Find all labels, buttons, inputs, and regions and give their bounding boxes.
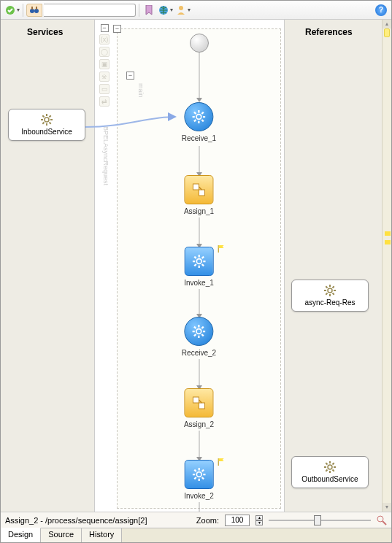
collapse-icon[interactable]: − — [101, 24, 109, 32]
svg-point-6 — [179, 6, 183, 10]
palette-assign-icon[interactable]: ▣ — [99, 59, 109, 69]
svg-point-58 — [328, 288, 332, 293]
svg-point-16 — [196, 115, 201, 120]
invoke2-label: Invoke_2 — [184, 492, 214, 500]
svg-line-65 — [326, 293, 327, 295]
svg-line-72 — [326, 463, 327, 464]
selection-path: Assign_2 - /process/sequence/assign[2] — [5, 516, 147, 525]
assign1-node[interactable]: Assign_1 — [184, 175, 214, 215]
receive2-node[interactable]: Receive_2 — [182, 317, 216, 357]
gear-icon — [41, 114, 53, 126]
zoom-down-icon[interactable]: ▾ — [255, 520, 263, 525]
invoke1-node[interactable]: Invoke_1 — [184, 247, 214, 287]
outbound-service-box[interactable]: OutboundService — [291, 456, 369, 488]
svg-line-13 — [50, 123, 51, 124]
svg-line-45 — [201, 327, 203, 328]
flag-icon — [218, 244, 226, 253]
binoculars-icon[interactable] — [26, 4, 42, 17]
tab-source[interactable]: Source — [41, 528, 82, 542]
palette-activity-icon[interactable]: ◯ — [99, 47, 109, 57]
svg-line-15 — [50, 115, 51, 117]
separator — [139, 4, 139, 17]
inbound-service-box[interactable]: InboundService — [8, 109, 85, 141]
svg-line-77 — [383, 521, 386, 525]
gear-icon — [193, 255, 206, 268]
gear-icon — [193, 468, 206, 481]
services-column: Services InboundService — [1, 20, 95, 512]
overview-scrollbar[interactable]: ▴ ▾ — [382, 20, 391, 512]
designer-window: ▾ ▾ ▾ ? Services Inbou — [0, 0, 392, 543]
svg-rect-25 — [193, 184, 199, 190]
scrollbar-thumb[interactable] — [384, 28, 390, 37]
scroll-down-icon[interactable]: ▾ — [383, 503, 391, 512]
references-column: References async-Req-Res OutboundService… — [284, 20, 391, 512]
zoom-slider[interactable] — [269, 518, 371, 523]
scroll-up-icon[interactable]: ▴ — [383, 20, 391, 28]
canvas-column[interactable]: − (x) ◯ ▣ ※ ▭ ⇄ BPELAsyncRequest − − mai… — [95, 20, 284, 512]
svg-line-55 — [194, 477, 196, 479]
svg-line-43 — [201, 334, 203, 336]
search-input[interactable] — [44, 4, 136, 17]
svg-line-63 — [326, 286, 327, 288]
editor-tabs: Design Source History — [1, 528, 391, 542]
gear-icon — [192, 110, 205, 123]
validate-dropdown[interactable]: ▾ — [5, 5, 20, 15]
bpel-label: BPELAsyncRequest — [102, 126, 109, 185]
svg-point-67 — [328, 465, 332, 469]
outbound-service-label: OutboundService — [301, 475, 358, 483]
zoom-label: Zoom: — [196, 516, 219, 525]
svg-line-75 — [333, 463, 334, 464]
svg-line-44 — [194, 334, 196, 336]
tab-history[interactable]: History — [82, 528, 122, 542]
zoom-input[interactable] — [225, 515, 250, 526]
assign-icon — [191, 182, 206, 197]
world-dropdown[interactable]: ▾ — [158, 5, 173, 15]
svg-line-33 — [201, 264, 203, 266]
zoom-up-icon[interactable]: ▴ — [255, 515, 263, 520]
svg-line-42 — [194, 327, 196, 328]
svg-line-12 — [42, 115, 44, 117]
svg-line-64 — [333, 293, 334, 295]
svg-line-34 — [194, 264, 196, 266]
assign2-node[interactable]: Assign_2 — [184, 388, 214, 428]
bookmark-icon[interactable] — [142, 4, 155, 17]
flow-container: Receive_1 Assign_1 Invoke_1 — [118, 29, 280, 508]
slider-thumb[interactable] — [314, 515, 321, 525]
svg-line-23 — [194, 120, 196, 121]
svg-point-27 — [196, 259, 201, 264]
invoke2-node[interactable]: Invoke_2 — [184, 460, 214, 500]
palette-scope-icon[interactable]: ▭ — [99, 84, 109, 94]
invoke1-label: Invoke_1 — [184, 279, 214, 287]
help-icon[interactable]: ? — [375, 4, 387, 16]
svg-point-48 — [196, 472, 201, 477]
references-heading: References — [305, 27, 353, 37]
start-node[interactable] — [190, 34, 209, 53]
overview-marker — [385, 231, 391, 236]
svg-line-73 — [333, 470, 334, 471]
async-req-res-label: async-Req-Res — [305, 299, 356, 307]
receive1-node[interactable]: Receive_1 — [182, 102, 216, 142]
gear-icon — [324, 461, 336, 473]
zoom-fit-icon[interactable] — [377, 515, 387, 525]
svg-line-35 — [201, 257, 203, 258]
sequence-scope: − − main — [117, 28, 281, 509]
svg-point-7 — [45, 118, 49, 122]
svg-point-76 — [377, 516, 383, 522]
palette-partner-icon[interactable]: ※ — [99, 72, 109, 82]
svg-line-74 — [326, 470, 327, 471]
palette-var-icon[interactable]: (x) — [99, 34, 109, 45]
palette-link-icon[interactable]: ⇄ — [99, 96, 109, 107]
tab-design[interactable]: Design — [1, 528, 41, 542]
assign1-label: Assign_1 — [184, 207, 214, 215]
person-dropdown[interactable]: ▾ — [176, 5, 191, 15]
svg-rect-36 — [218, 245, 219, 253]
svg-rect-3 — [31, 7, 33, 9]
palette: − (x) ◯ ▣ ※ ▭ ⇄ BPELAsyncRequest — [98, 24, 111, 107]
gear-icon — [192, 325, 205, 338]
svg-rect-46 — [193, 397, 199, 403]
zoom-spinner[interactable]: ▴ ▾ — [255, 515, 263, 525]
svg-rect-4 — [36, 7, 37, 9]
inbound-service-label: InboundService — [21, 128, 72, 136]
svg-line-21 — [194, 112, 196, 114]
async-req-res-box[interactable]: async-Req-Res — [291, 280, 369, 312]
